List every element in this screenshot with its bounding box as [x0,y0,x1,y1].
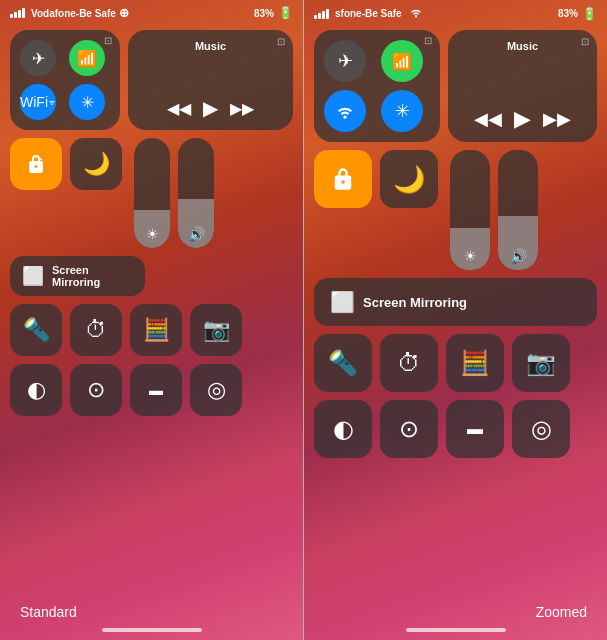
zoomed-panel: sfone-Be Safe 83% 🔋 ⊡ ✈ 📶 [304,0,607,640]
next-btn-right[interactable]: ▶▶ [543,108,571,130]
camera-right[interactable]: 📷 [512,334,570,392]
control-center-left: ⊡ ✈ 📶 WiFi ✳ ⊡ Music ◀◀ ▶ ▶▶ [10,30,293,580]
play-btn-right[interactable]: ▶ [514,106,531,132]
control-center-right: ⊡ ✈ 📶 ✳ ⊡ Music ◀◀ ▶ ▶▶ [314,30,597,580]
volume-icon-right: 🔊 [510,248,527,264]
airplane-btn-left[interactable]: ✈ [20,40,56,76]
brightness-icon-right: ☀ [464,248,477,264]
top-row-right: ⊡ ✈ 📶 ✳ ⊡ Music ◀◀ ▶ ▶▶ [314,30,597,142]
middle-row-right: 🌙 ☀ 🔊 [314,150,597,270]
wallet-right[interactable]: ◎ [512,400,570,458]
focus-left[interactable]: ⊙ [70,364,122,416]
bar1 [10,14,13,18]
wallet-left[interactable]: ◎ [190,364,242,416]
bar3r [322,11,325,19]
screen-mirror-left[interactable]: ⬜ ScreenMirroring [10,256,145,296]
cellular-btn-left[interactable]: 📶 [69,40,105,76]
orientation-lock-right[interactable] [314,150,372,208]
brightness-icon-left: ☀ [146,226,159,242]
cellular-btn-right[interactable]: 📶 [381,40,423,82]
airplane-btn-right[interactable]: ✈ [324,40,366,82]
airplay-icon-left: ⊡ [104,35,112,46]
music-title-left: Music [140,40,281,52]
calculator-right[interactable]: 🧮 [446,334,504,392]
battery-left[interactable]: ▬ [130,364,182,416]
status-left-right: sfone-Be Safe [314,6,423,21]
screen-mirror-label-left: ScreenMirroring [52,264,100,288]
connectivity-block-left: ⊡ ✈ 📶 WiFi ✳ [10,30,120,130]
timer-right[interactable]: ⏱ [380,334,438,392]
music-title-right: Music [460,40,585,52]
connectivity-block-right: ⊡ ✈ 📶 ✳ [314,30,440,142]
home-indicator-left [102,628,202,632]
music-controls-left: ◀◀ ▶ ▶▶ [140,96,281,120]
bottom-row1-right: 🔦 ⏱ 🧮 📷 [314,334,597,392]
signal-bars-right [314,9,329,19]
sliders-left: ☀ 🔊 [134,138,214,248]
wifi-icon-right [409,6,423,21]
bluetooth-btn-left[interactable]: ✳ [69,84,105,120]
battery-icon-left: 🔋 [278,6,293,20]
bottom-row1-left: 🔦 ⏱ 🧮 📷 [10,304,293,356]
accessibility-right[interactable]: ◐ [314,400,372,458]
battery-pct-right: 83% [558,8,578,19]
bluetooth-btn-right[interactable]: ✳ [381,90,423,132]
status-right-left: 83% 🔋 [254,6,293,20]
status-left: Vodafone-Be Safe ⊕ [10,6,129,20]
wifi-icon-left: ⊕ [119,6,129,20]
prev-btn-left[interactable]: ◀◀ [167,99,191,118]
bar1r [314,15,317,19]
volume-slider-right[interactable]: 🔊 [498,150,538,270]
brightness-slider-right[interactable]: ☀ [450,150,490,270]
battery-right[interactable]: ▬ [446,400,504,458]
screen-mirror-right[interactable]: ⬜ Screen Mirroring [314,278,597,326]
flashlight-right[interactable]: 🔦 [314,334,372,392]
calculator-left[interactable]: 🧮 [130,304,182,356]
battery-pct-left: 83% [254,8,274,19]
flashlight-left[interactable]: 🔦 [10,304,62,356]
battery-icon-right: 🔋 [582,7,597,21]
label-zoomed: Zoomed [536,604,587,620]
wifi-btn-left[interactable]: WiFi [20,84,56,120]
sliders-right: ☀ 🔊 [450,150,538,270]
status-bar-right: sfone-Be Safe 83% 🔋 [304,0,607,25]
signal-bars [10,8,25,18]
screen-mirror-icon-right: ⬜ [330,290,355,314]
carrier-right: sfone-Be Safe [335,8,402,19]
bar2r [318,13,321,19]
music-block-right: ⊡ Music ◀◀ ▶ ▶▶ [448,30,597,142]
volume-icon-left: 🔊 [188,226,205,242]
top-row-left: ⊡ ✈ 📶 WiFi ✳ ⊡ Music ◀◀ ▶ ▶▶ [10,30,293,130]
bar3 [18,10,21,18]
music-block-left: ⊡ Music ◀◀ ▶ ▶▶ [128,30,293,130]
lock-icon-left [25,153,47,175]
wifi-btn-right[interactable] [324,90,366,132]
accessibility-left[interactable]: ◐ [10,364,62,416]
dark-mode-left[interactable]: 🌙 [70,138,122,190]
wifi-svg-left [48,95,56,109]
wifi-svg-right [409,6,423,18]
label-standard: Standard [20,604,77,620]
lock-icon-right [330,166,356,192]
status-bar-left: Vodafone-Be Safe ⊕ 83% 🔋 [0,0,303,24]
focus-right[interactable]: ⊙ [380,400,438,458]
screen-mirror-icon-left: ⬜ [22,265,44,287]
music-controls-right: ◀◀ ▶ ▶▶ [460,106,585,132]
bottom-row2-left: ◐ ⊙ ▬ ◎ [10,364,293,416]
status-right-right: 83% 🔋 [558,7,597,21]
next-btn-left[interactable]: ▶▶ [230,99,254,118]
timer-left[interactable]: ⏱ [70,304,122,356]
airplay-icon-right: ⊡ [424,35,432,46]
prev-btn-right[interactable]: ◀◀ [474,108,502,130]
camera-left[interactable]: 📷 [190,304,242,356]
brightness-slider-left[interactable]: ☀ [134,138,170,248]
home-indicator-right [406,628,506,632]
standard-panel: Vodafone-Be Safe ⊕ 83% 🔋 ⊡ ✈ 📶 WiFi ✳ [0,0,303,640]
orientation-lock-left[interactable] [10,138,62,190]
play-btn-left[interactable]: ▶ [203,96,218,120]
carrier-left: Vodafone-Be Safe [31,8,116,19]
volume-slider-left[interactable]: 🔊 [178,138,214,248]
bar2 [14,12,17,18]
dark-mode-right[interactable]: 🌙 [380,150,438,208]
middle-row-left: 🌙 ☀ 🔊 [10,138,293,248]
